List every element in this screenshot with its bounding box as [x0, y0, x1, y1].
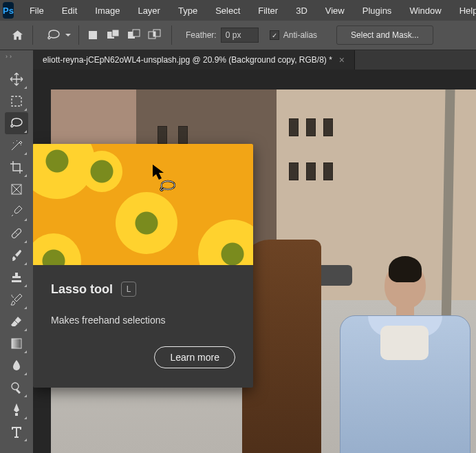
close-icon[interactable]: × — [339, 54, 345, 65]
menu-file[interactable]: File — [21, 6, 53, 16]
frame-tool[interactable] — [5, 178, 28, 200]
move-icon — [10, 72, 23, 86]
svg-point-15 — [12, 383, 19, 390]
canvas-viewport[interactable]: Lasso tool L Makes freehand selections L… — [33, 70, 476, 453]
menu-help[interactable]: Help — [451, 6, 476, 16]
healing-brush-tool[interactable] — [5, 222, 28, 244]
brush-tool[interactable] — [5, 244, 28, 266]
svg-rect-14 — [12, 339, 21, 348]
feather-group: Feather: — [186, 28, 259, 43]
stamp-icon — [10, 271, 23, 284]
cursor-demo-icon — [151, 163, 182, 193]
menu-select[interactable]: Select — [206, 6, 249, 16]
eyedropper-icon — [10, 205, 23, 218]
eraser-tool[interactable] — [5, 310, 28, 333]
lasso-icon — [10, 117, 23, 129]
tab-bar: eliott-reyna-jCEpN62oWL4-unsplash.jpg @ … — [33, 50, 476, 70]
tooltip-preview — [33, 144, 253, 265]
anti-alias-label: Anti-alias — [283, 30, 317, 40]
tools-panel — [0, 63, 33, 453]
svg-point-13 — [17, 234, 18, 235]
anti-alias-group[interactable]: ✓ Anti-alias — [270, 30, 317, 40]
checkbox-icon: ✓ — [270, 30, 279, 40]
chevron-down-icon — [65, 32, 72, 39]
menu-plugins[interactable]: Plugins — [354, 6, 401, 16]
tooltip-shortcut: L — [121, 282, 136, 297]
menu-3d[interactable]: 3D — [287, 6, 316, 16]
app-logo: Ps — [3, 2, 14, 19]
droplet-icon — [11, 359, 22, 372]
menu-view[interactable]: View — [316, 6, 354, 16]
selection-intersect-icon[interactable] — [148, 28, 162, 42]
svg-rect-16 — [16, 389, 21, 394]
menu-window[interactable]: Window — [400, 6, 450, 16]
active-tool-indicator[interactable] — [40, 25, 79, 45]
document-tab[interactable]: eliott-reyna-jCEpN62oWL4-unsplash.jpg @ … — [33, 50, 355, 70]
gradient-tool[interactable] — [5, 333, 28, 355]
pen-tool[interactable] — [5, 399, 28, 421]
crop-tool[interactable] — [5, 156, 28, 178]
svg-rect-2 — [112, 30, 119, 36]
svg-rect-7 — [153, 32, 155, 36]
brush-icon — [10, 249, 23, 262]
selection-boolean-group — [86, 25, 172, 45]
gradient-icon — [10, 337, 23, 350]
marquee-icon — [10, 95, 23, 107]
type-icon — [10, 425, 23, 438]
svg-rect-4 — [133, 30, 140, 36]
crop-icon — [10, 160, 23, 174]
document-area: eliott-reyna-jCEpN62oWL4-unsplash.jpg @ … — [33, 50, 476, 453]
tooltip-title: Lasso tool — [51, 282, 113, 297]
clone-stamp-tool[interactable] — [5, 266, 28, 288]
home-button[interactable] — [12, 25, 33, 45]
move-tool[interactable] — [5, 68, 28, 90]
svg-rect-8 — [12, 96, 21, 106]
svg-rect-0 — [89, 31, 97, 39]
feather-label: Feather: — [186, 30, 217, 40]
tab-label: eliott-reyna-jCEpN62oWL4-unsplash.jpg @ … — [43, 55, 332, 65]
dodge-tool[interactable] — [5, 377, 28, 399]
selection-subtract-icon[interactable] — [127, 28, 141, 42]
tooltip-desc: Makes freehand selections — [51, 315, 235, 326]
magic-wand-icon — [10, 138, 23, 152]
dodge-icon — [10, 381, 23, 394]
lasso-icon — [47, 29, 61, 41]
lasso-tool[interactable] — [5, 112, 28, 134]
home-icon — [12, 29, 23, 41]
selection-add-icon[interactable] — [107, 28, 120, 42]
svg-point-11 — [16, 233, 17, 233]
pen-icon — [10, 403, 23, 417]
eyedropper-tool[interactable] — [5, 200, 28, 222]
select-and-mask-button[interactable]: Select and Mask... — [336, 25, 433, 45]
menu-filter[interactable]: Filter — [249, 6, 287, 16]
feather-input[interactable] — [221, 28, 259, 43]
type-tool[interactable] — [5, 421, 28, 443]
history-brush-tool[interactable] — [5, 288, 28, 310]
eraser-icon — [10, 315, 23, 328]
panel-collapse-strip[interactable]: ›› — [0, 50, 33, 63]
menu-edit[interactable]: Edit — [53, 6, 86, 16]
tool-tooltip: Lasso tool L Makes freehand selections L… — [33, 144, 253, 388]
history-brush-icon — [10, 293, 23, 306]
frame-icon — [10, 183, 23, 196]
options-bar: Feather: ✓ Anti-alias Select and Mask... — [0, 21, 476, 50]
menu-image[interactable]: Image — [86, 6, 129, 16]
learn-more-button[interactable]: Learn more — [154, 346, 235, 368]
menu-type[interactable]: Type — [169, 6, 206, 16]
marquee-tool[interactable] — [5, 90, 28, 112]
bandage-icon — [10, 226, 23, 240]
menu-bar: Ps File Edit Image Layer Type Select Fil… — [0, 0, 476, 21]
blur-tool[interactable] — [5, 355, 28, 377]
quick-selection-tool[interactable] — [5, 134, 28, 156]
svg-point-12 — [14, 231, 15, 232]
menu-layer[interactable]: Layer — [129, 6, 169, 16]
selection-new-icon[interactable] — [86, 28, 100, 42]
